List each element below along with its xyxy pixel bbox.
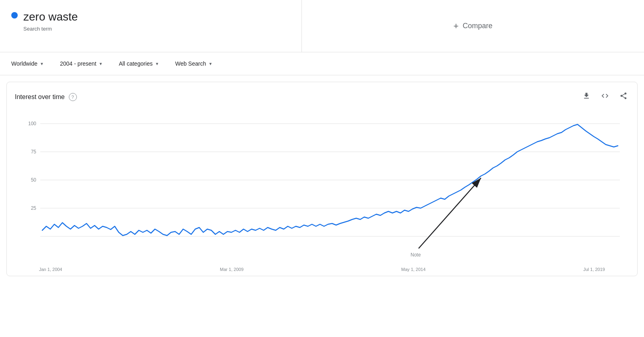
- search-type-dropdown-arrow: ▼: [208, 62, 213, 66]
- category-label: All categories: [119, 60, 153, 67]
- region-filter[interactable]: Worldwide ▼: [8, 58, 47, 69]
- embed-button[interactable]: [599, 90, 611, 103]
- download-button[interactable]: [581, 90, 592, 103]
- svg-text:50: 50: [31, 177, 37, 183]
- svg-text:75: 75: [31, 149, 37, 155]
- term-color-dot: [11, 12, 18, 19]
- note-label: Note: [411, 252, 421, 258]
- search-term-box: zero waste Search term: [0, 0, 302, 52]
- compare-label: Compare: [462, 22, 492, 30]
- header-section: zero waste Search term + Compare: [0, 0, 644, 52]
- search-term-label: Search term: [23, 26, 78, 32]
- term-text-group: zero waste Search term: [23, 10, 78, 32]
- search-term-name: zero waste: [23, 10, 78, 24]
- chart-area: 100 75 50 25 Note: [15, 112, 629, 265]
- svg-text:100: 100: [28, 121, 36, 126]
- chart-title-group: Interest over time ?: [15, 93, 77, 101]
- time-range-label: 2004 - present: [60, 60, 96, 67]
- svg-line-9: [419, 178, 481, 248]
- category-dropdown-arrow: ▼: [155, 62, 159, 66]
- category-filter[interactable]: All categories ▼: [116, 58, 162, 69]
- x-axis-labels: Jan 1, 2004 Mar 1, 2009 May 1, 2014 Jul …: [15, 265, 629, 272]
- search-type-label: Web Search: [175, 60, 206, 67]
- share-button[interactable]: [618, 90, 629, 103]
- plus-icon: +: [454, 21, 459, 31]
- chart-actions: [581, 90, 629, 103]
- chart-title: Interest over time: [15, 93, 65, 101]
- trend-chart-svg: 100 75 50 25 Note: [15, 112, 629, 265]
- chart-header: Interest over time ?: [15, 90, 629, 103]
- compare-button[interactable]: + Compare: [302, 0, 644, 52]
- time-range-dropdown-arrow: ▼: [99, 62, 103, 66]
- region-label: Worldwide: [11, 60, 37, 67]
- time-range-filter[interactable]: 2004 - present ▼: [57, 58, 106, 69]
- x-label-2009: Mar 1, 2009: [220, 267, 244, 272]
- x-label-2014: May 1, 2014: [401, 267, 426, 272]
- search-type-filter[interactable]: Web Search ▼: [172, 58, 216, 69]
- x-label-2004: Jan 1, 2004: [39, 267, 62, 272]
- filter-bar: Worldwide ▼ 2004 - present ▼ All categor…: [0, 52, 644, 75]
- region-dropdown-arrow: ▼: [40, 62, 44, 66]
- x-label-2019: Jul 1, 2019: [583, 267, 605, 272]
- help-icon[interactable]: ?: [69, 93, 77, 101]
- svg-text:25: 25: [31, 205, 37, 211]
- help-icon-label: ?: [72, 95, 74, 99]
- chart-section: Interest over time ?: [6, 82, 638, 276]
